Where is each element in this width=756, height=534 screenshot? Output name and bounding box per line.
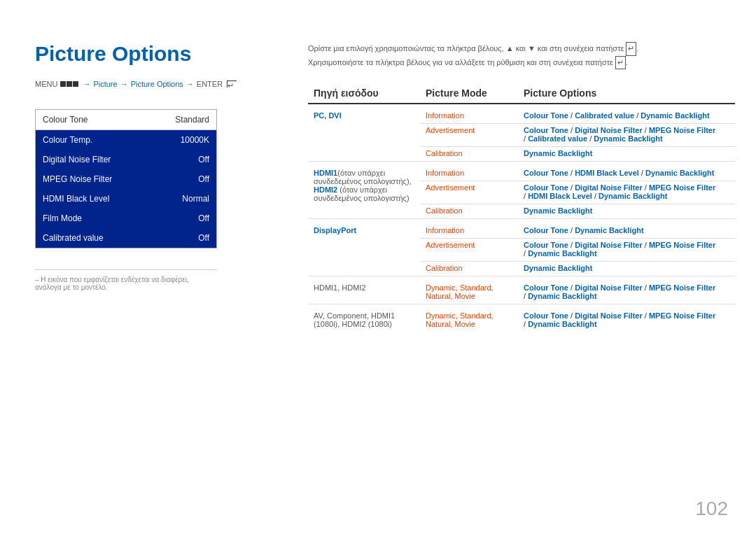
- col-options-header: Picture Options: [518, 83, 735, 104]
- options-2: Colour Tone / Digital Noise Filter / MPE…: [518, 124, 735, 147]
- menu-picture-link[interactable]: Picture: [93, 80, 117, 88]
- film-mode-value: Off: [198, 213, 209, 223]
- options-11: Colour Tone / Digital Noise Filter / MPE…: [518, 304, 735, 332]
- calibrated-value-value: Off: [198, 233, 209, 243]
- options-table: Πηγή εισόδου Picture Mode Picture Option…: [308, 83, 735, 332]
- digital-noise-value: Off: [198, 155, 209, 164]
- options-9: Dynamic Backlight: [518, 262, 735, 276]
- table-row: AV, Component, HDMI1(1080i), HDMI2 (1080…: [308, 304, 735, 332]
- options-10: Colour Tone / Digital Noise Filter / MPE…: [518, 276, 735, 304]
- footnote: – Η εικόνα που εμφανίζεται ενδέχεται να …: [35, 269, 217, 291]
- options-4: Colour Tone / HDMI Black Level / Dynamic…: [518, 162, 735, 181]
- mode-information-2: Information: [420, 162, 518, 181]
- mode-dynamic-1: Dynamic, Standard,Natural, Movie: [420, 276, 518, 304]
- source-av-component: AV, Component, HDMI1(1080i), HDMI2 (1080…: [308, 304, 420, 332]
- menu-label: MENU: [35, 80, 57, 88]
- mode-advertisement-3: Advertisement: [420, 239, 518, 262]
- hdmi-black-item[interactable]: HDMI Black Level Normal: [36, 189, 216, 209]
- arrow-icon-1: →: [83, 80, 90, 88]
- menu-header-row: Colour Tone Standard: [36, 110, 216, 130]
- film-mode-label: Film Mode: [43, 213, 82, 223]
- table-header-row: Πηγή εισόδου Picture Mode Picture Option…: [308, 83, 735, 104]
- digital-noise-label: Digital Noise Filter: [43, 155, 111, 164]
- colour-temp-item[interactable]: Colour Temp. 10000K: [36, 130, 216, 150]
- page-title: Picture Options: [35, 42, 273, 66]
- arrow-icon-2: →: [120, 80, 128, 88]
- mode-calibration-2: Calibration: [420, 204, 518, 219]
- source-hdmi12: HDMI1, HDMI2: [308, 276, 420, 304]
- options-7: Colour Tone / Dynamic Backlight: [518, 219, 735, 239]
- menu-picture-options-link[interactable]: Picture Options: [131, 80, 183, 88]
- digital-noise-item[interactable]: Digital Noise Filter Off: [36, 150, 216, 169]
- mpeg-noise-item[interactable]: MPEG Noise Filter Off: [36, 169, 216, 189]
- mode-information-3: Information: [420, 219, 518, 239]
- film-mode-item[interactable]: Film Mode Off: [36, 209, 216, 228]
- table-row: HDMI1(όταν υπάρχει συνδεδεμένος υπολογισ…: [308, 162, 735, 181]
- source-displayport: DisplayPort: [308, 219, 420, 276]
- enter-label: ENTER: [197, 80, 223, 88]
- enter-icon: ↵: [227, 80, 237, 87]
- mode-calibration-3: Calibration: [420, 262, 518, 276]
- colour-tone-label: Colour Tone: [43, 115, 88, 125]
- right-panel: Ορίστε μια επιλογή χρησιμοποιώντας τα πλ…: [308, 42, 735, 332]
- table-row: PC, DVI Information Colour Tone / Calibr…: [308, 104, 735, 124]
- mode-advertisement-1: Advertisement: [420, 124, 518, 147]
- col-mode-header: Picture Mode: [420, 83, 518, 104]
- source-hdmi-computer: HDMI1(όταν υπάρχει συνδεδεμένος υπολογισ…: [308, 162, 420, 219]
- menu-list: Colour Tone Standard Colour Temp. 10000K…: [35, 109, 217, 248]
- calibrated-value-item[interactable]: Calibrated value Off: [36, 228, 216, 248]
- table-row: HDMI1, HDMI2 Dynamic, Standard,Natural, …: [308, 276, 735, 304]
- colour-temp-label: Colour Temp.: [43, 135, 92, 145]
- options-1: Colour Tone / Calibrated value / Dynamic…: [518, 104, 735, 124]
- table-row: DisplayPort Information Colour Tone / Dy…: [308, 219, 735, 239]
- options-6: Dynamic Backlight: [518, 204, 735, 219]
- menu-boxes-icon: [60, 81, 78, 87]
- options-3: Dynamic Backlight: [518, 147, 735, 162]
- calibrated-value-label: Calibrated value: [43, 233, 104, 243]
- options-5: Colour Tone / Digital Noise Filter / MPE…: [518, 181, 735, 204]
- left-panel: Picture Options MENU → Picture → Picture…: [35, 42, 273, 291]
- mode-dynamic-2: Dynamic, Standard,Natural, Movie: [420, 304, 518, 332]
- arrow-icon-3: →: [186, 80, 194, 88]
- mode-calibration-1: Calibration: [420, 147, 518, 162]
- mode-advertisement-2: Advertisement: [420, 181, 518, 204]
- enter-symbol-2: ↵: [615, 56, 626, 70]
- intro-line2: Χρησιμοποιήστε τα πλήκτρα βέλους για να …: [308, 56, 735, 70]
- mpeg-noise-label: MPEG Noise Filter: [43, 174, 112, 184]
- mode-information-1: Information: [420, 104, 518, 124]
- intro-line1: Ορίστε μια επιλογή χρησιμοποιώντας τα πλ…: [308, 42, 735, 56]
- page-number: 102: [695, 498, 728, 520]
- colour-tone-value: Standard: [175, 115, 209, 125]
- col-source-header: Πηγή εισόδου: [308, 83, 420, 104]
- enter-symbol-1: ↵: [626, 42, 636, 56]
- mpeg-noise-value: Off: [198, 174, 209, 184]
- source-pc-dvi: PC, DVI: [308, 104, 420, 162]
- intro-text: Ορίστε μια επιλογή χρησιμοποιώντας τα πλ…: [308, 42, 735, 69]
- options-8: Colour Tone / Digital Noise Filter / MPE…: [518, 239, 735, 262]
- hdmi-black-value: Normal: [182, 194, 209, 204]
- menu-path: MENU → Picture → Picture Options → ENTER…: [35, 80, 273, 88]
- hdmi-black-label: HDMI Black Level: [43, 194, 109, 204]
- colour-temp-value: 10000K: [181, 135, 209, 145]
